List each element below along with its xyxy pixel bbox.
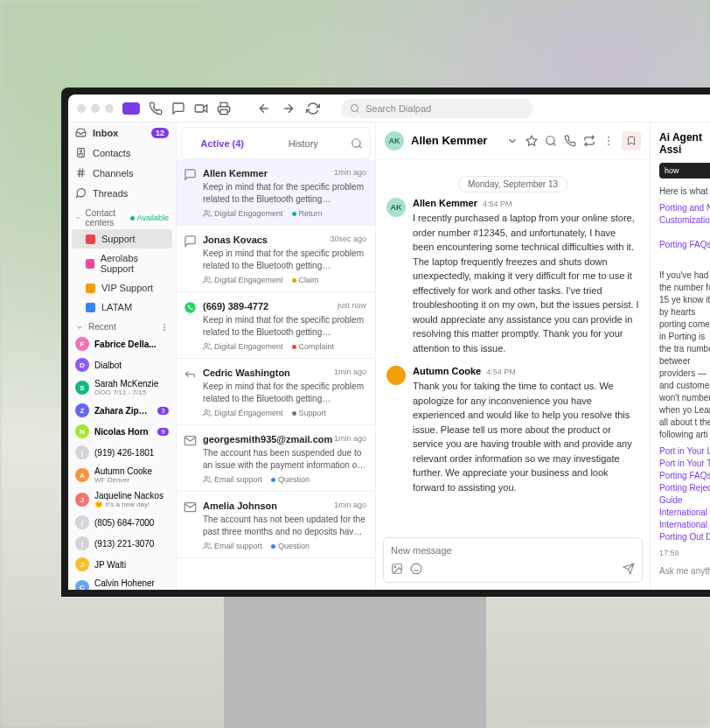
svg-point-19 (205, 476, 207, 479)
recent-item[interactable]: ZZahara Zipp,...3 (68, 400, 176, 421)
message-composer[interactable] (383, 537, 643, 583)
forward-icon[interactable] (282, 102, 296, 116)
contact-name: Dialbot (94, 360, 169, 370)
cc-item[interactable]: VIP Support (72, 278, 172, 298)
recent-item[interactable]: JJaqueline Nackos🌞 It's a new day! (68, 487, 176, 512)
nav-threads[interactable]: Threads (68, 183, 176, 203)
ai-link[interactable]: International Por (659, 508, 710, 517)
avatar: J (75, 557, 89, 571)
image-icon[interactable] (391, 563, 403, 575)
ai-link[interactable]: Customization (659, 215, 710, 225)
svg-point-4 (80, 150, 81, 152)
color-swatch (86, 259, 94, 269)
window-controls[interactable] (77, 104, 114, 113)
conversation-item[interactable]: Amelia Johnson1min agoThe account has no… (177, 492, 375, 558)
search-icon[interactable] (545, 135, 557, 147)
recent-item[interactable]: JJP Walti (68, 554, 176, 575)
hash-icon (75, 167, 87, 178)
message-icon[interactable] (171, 102, 185, 116)
message-text: I recently purchased a laptop from your … (413, 211, 639, 355)
cc-label: Aerolabs Support (101, 253, 165, 274)
nav-inbox[interactable]: Inbox12 (68, 122, 176, 143)
color-swatch (86, 234, 95, 244)
nav-label: Contacts (93, 148, 130, 158)
search-icon[interactable] (351, 137, 363, 150)
nav-label: Channels (93, 168, 133, 178)
recent-item[interactable]: NNicolas Horn9 (68, 421, 176, 442)
section-recent[interactable]: Recent (68, 317, 176, 333)
svg-point-9 (164, 324, 165, 326)
ai-link[interactable]: Porting FAQs (659, 471, 710, 480)
more-icon[interactable] (160, 323, 169, 332)
recent-item[interactable]: CCalvin HohenerWFH, PDT (68, 575, 176, 590)
contact-name: (913) 221-3070 (94, 539, 169, 549)
cc-item[interactable]: LATAM (72, 298, 172, 317)
conversation-list: Active (4) History Allen Kemmer1min agoK… (177, 122, 376, 590)
search-input[interactable]: Search Dialpad (341, 99, 533, 118)
conv-title: (669) 389-4772 (203, 301, 268, 312)
conversation-item[interactable]: georgesmith935@zmail.com1min agoThe acco… (177, 425, 375, 492)
timestamp: 4:54 PM (483, 200, 512, 208)
conversation-item[interactable]: (669) 389-4772just nowKeep in mind that … (177, 292, 375, 359)
date-divider: Monday, September 13 (386, 178, 639, 189)
tab-history[interactable]: History (263, 132, 345, 155)
cc-item[interactable]: Support (72, 229, 172, 248)
channel-tag: Digital Engagement (203, 209, 283, 218)
ai-title: Ai Agent Assi (659, 131, 710, 163)
person-icon (75, 147, 87, 158)
conv-title: georgesmith935@zmail.com (203, 434, 332, 444)
ai-link[interactable]: Porting FAQs (659, 240, 710, 249)
ai-link[interactable]: Porting Rejection (659, 483, 710, 493)
more-icon[interactable] (602, 135, 615, 147)
contact-name: Zahara Zipp,... (94, 406, 152, 416)
recent-item[interactable]: FFabrice Della... (68, 333, 176, 354)
recent-item[interactable]: ((919) 426-1801 (68, 442, 176, 463)
ai-link[interactable]: Porting and Num (659, 203, 710, 213)
ai-link[interactable]: Porting Out Dialp (659, 532, 710, 542)
emoji-icon[interactable] (410, 563, 422, 575)
star-icon[interactable] (526, 135, 538, 147)
transfer-icon[interactable] (583, 135, 595, 147)
avatar: F (75, 337, 89, 351)
ai-ask-input[interactable]: Ask me anything (659, 566, 710, 576)
ai-link[interactable]: Port in Your Toll- (659, 458, 710, 468)
ai-link[interactable]: International Por (659, 520, 710, 529)
tab-active[interactable]: Active (4) (182, 132, 263, 155)
ai-link[interactable]: Port in Your Loca (659, 446, 710, 456)
video-icon[interactable] (194, 102, 208, 116)
ai-link[interactable]: Guide (659, 495, 710, 505)
svg-rect-0 (195, 105, 203, 112)
conversation-item[interactable]: Cedric Washington1min agoKeep in mind th… (177, 359, 375, 425)
chevron-down-icon[interactable] (506, 135, 519, 147)
titlebar: Search Dialpad (68, 94, 710, 122)
conversation-item[interactable]: Jonas Kovacs30sec agoKeep in mind that f… (177, 226, 375, 292)
recent-item[interactable]: SSarah McKenzieOOO 7/11 - 7/15 (68, 375, 176, 400)
nav-contacts[interactable]: Contacts (68, 143, 176, 163)
conversation-item[interactable]: Allen Kemmer1min agoKeep in mind that fo… (177, 159, 375, 226)
recent-item[interactable]: ((805) 684-7000 (68, 512, 176, 533)
message-input[interactable] (391, 545, 635, 556)
cc-item[interactable]: Aerolabs Support (72, 248, 172, 278)
back-icon[interactable] (257, 102, 271, 116)
conv-title: Allen Kemmer (203, 168, 268, 178)
message-text: Thank you for taking the time to contact… (413, 379, 639, 494)
recent-item[interactable]: DDialbot (68, 354, 176, 375)
conv-title: Jonas Kovacs (203, 234, 268, 245)
refresh-icon[interactable] (306, 102, 320, 116)
color-swatch (86, 303, 95, 312)
recent-item[interactable]: ((913) 221-3070 (68, 533, 176, 554)
contact-name: (919) 426-1801 (94, 448, 169, 458)
phone-icon[interactable] (149, 102, 163, 116)
contact-name: Autumn Cooke (94, 466, 169, 476)
print-icon[interactable] (217, 102, 231, 116)
section-contact-centers[interactable]: Contact centers Available (68, 203, 176, 229)
chat-panel: AK Allen Kemmer Monday, September 13 AKA… (376, 122, 651, 590)
phone-icon[interactable] (564, 135, 576, 147)
end-button[interactable] (622, 131, 641, 150)
chevron-down-icon (75, 323, 84, 332)
recent-item[interactable]: AAutumn CookeWF Denver (68, 463, 176, 487)
svg-line-8 (82, 169, 83, 178)
unread-count: 9 (157, 428, 169, 436)
send-icon[interactable] (623, 563, 635, 575)
nav-channels[interactable]: Channels (68, 163, 176, 183)
